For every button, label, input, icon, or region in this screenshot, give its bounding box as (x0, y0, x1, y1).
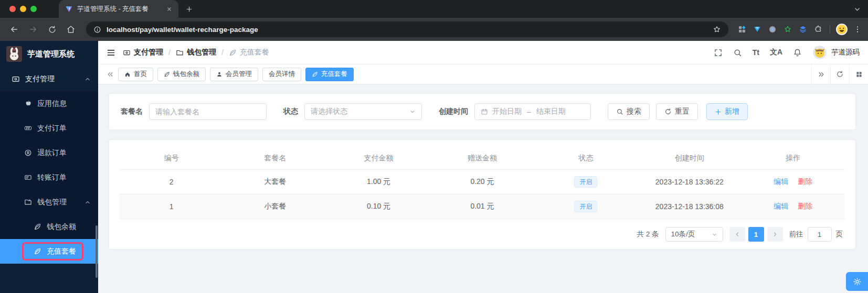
next-page-icon[interactable] (767, 227, 783, 242)
tab-close-icon[interactable] (166, 6, 172, 12)
refresh-page-icon[interactable] (830, 64, 849, 84)
extension-layers-icon[interactable] (799, 25, 807, 34)
extension-vue-devtools-icon[interactable] (753, 25, 761, 34)
page-tab-home[interactable]: 首页 (118, 68, 153, 81)
screen: 芋道管理系统 - 充值套餐 localhost/pa (0, 0, 868, 293)
browser-menu-icon[interactable] (853, 25, 862, 34)
window-minimize-button[interactable] (20, 6, 26, 12)
edit-link[interactable]: 编辑 (774, 177, 788, 186)
chevron-up-icon (84, 199, 91, 205)
back-icon[interactable] (6, 21, 22, 37)
sidebar-item-app-info[interactable]: 应用信息 (0, 91, 98, 116)
window-close-button[interactable] (9, 6, 16, 12)
leaf-icon (164, 71, 170, 78)
page-tab-member-management[interactable]: 会员管理 (210, 68, 258, 81)
username: 芋道源码 (831, 48, 860, 57)
sidebar-item-label: 充值套餐 (47, 247, 76, 256)
card-icon (24, 173, 32, 181)
url-text: localhost/pay/wallet/wallet-recharge-pac… (107, 26, 258, 34)
search-button[interactable]: 搜索 (608, 103, 650, 120)
extension-circle-icon[interactable] (768, 25, 777, 34)
package-name-input-wrap (149, 103, 267, 120)
user-menu[interactable]: 芋道源码 (812, 45, 860, 60)
fullscreen-icon[interactable] (714, 48, 723, 57)
home-icon (124, 71, 131, 78)
sidebar-item-payment-orders[interactable]: 支付订单 (0, 116, 98, 140)
extension-grid-icon[interactable] (738, 25, 746, 34)
extensions-puzzle-icon[interactable] (814, 25, 822, 34)
page-tab-wallet-balance[interactable]: 钱包余额 (157, 68, 206, 81)
delete-link[interactable]: 删除 (798, 202, 812, 210)
sidebar-item-wallet-management[interactable]: 钱包管理 (0, 190, 98, 214)
package-name-input[interactable] (155, 107, 260, 116)
page-tab-member-detail[interactable]: 会员详情 (262, 68, 301, 81)
window-zoom-button[interactable] (30, 6, 37, 12)
collapse-menu-icon[interactable] (107, 48, 115, 57)
delete-link[interactable]: 删除 (798, 177, 812, 186)
cell-created: 2023-12-18 13:36:22 (638, 170, 741, 194)
chevron-down-icon (712, 232, 717, 237)
add-button[interactable]: 新增 (706, 103, 748, 120)
leaf-icon (34, 223, 41, 231)
tab-search-icon[interactable] (854, 6, 861, 13)
breadcrumb-item-wallet[interactable]: 钱包管理 (176, 48, 216, 57)
user-avatar (812, 45, 827, 60)
sidebar-item-label: 应用信息 (37, 99, 67, 108)
profile-avatar[interactable] (835, 23, 848, 36)
tabs-scroll-left-icon[interactable] (102, 71, 118, 78)
start-date-placeholder: 开始日期 (492, 107, 522, 116)
goto-page-input[interactable] (808, 227, 832, 242)
sidebar-item-refund-orders[interactable]: 退款订单 (0, 140, 98, 165)
gear-icon (853, 277, 862, 286)
site-info-icon[interactable] (93, 26, 101, 34)
col-pay-amount: 支付金额 (327, 147, 430, 170)
prev-page-icon[interactable] (729, 227, 745, 242)
extension-star-icon[interactable] (784, 25, 792, 34)
new-tab-button[interactable] (186, 6, 193, 13)
sidebar-menu: 支付管理 应用信息 (0, 67, 98, 264)
app-logo[interactable]: 芋道管理系统 (0, 41, 98, 67)
home-icon[interactable] (63, 21, 79, 37)
status-badge: 开启 (574, 176, 597, 188)
leaf-icon (34, 247, 41, 255)
sidebar-item-wallet-balance[interactable]: 钱包余额 (0, 214, 98, 239)
bookmark-star-icon[interactable] (713, 25, 721, 34)
cell-id: 2 (120, 170, 223, 194)
forward-icon[interactable] (25, 21, 41, 37)
locale-icon[interactable]: 文A (770, 48, 782, 57)
sidebar-item-transfer-orders[interactable]: 转账订单 (0, 165, 98, 190)
status-select[interactable]: 请选择状态 (304, 103, 422, 120)
chevron-up-icon (84, 76, 91, 82)
total-count: 共 2 条 (637, 230, 659, 239)
browser-tab[interactable]: 芋道管理系统 - 充值套餐 (59, 0, 178, 18)
col-status: 状态 (534, 147, 638, 170)
sidebar-item-payment-management[interactable]: 支付管理 (0, 67, 98, 91)
theme-settings-button[interactable] (846, 272, 868, 291)
table-row: 1 小套餐 0.10 元 0.01 元 开启 2023-12-18 13:36:… (120, 194, 845, 219)
page-unit-label: 页 (836, 230, 843, 239)
breadcrumb-item-payment[interactable]: 支付管理 (123, 48, 163, 57)
url-bar[interactable]: localhost/pay/wallet/wallet-recharge-pac… (86, 21, 728, 37)
reset-button[interactable]: 重置 (656, 103, 698, 120)
sidebar-scrollbar[interactable] (96, 225, 98, 278)
reload-icon[interactable] (44, 21, 60, 37)
sidebar-item-recharge-package[interactable]: 充值套餐 (0, 239, 98, 264)
app-title: 芋道管理系统 (27, 49, 75, 59)
sidebar-item-label: 支付管理 (25, 74, 55, 84)
font-size-icon[interactable]: Tt (753, 48, 759, 57)
packages-table: 编号 套餐名 支付金额 赠送金额 状态 创建时间 操作 2 (120, 147, 845, 219)
payment-submenu: 应用信息 支付订单 退款订单 (0, 91, 98, 264)
col-bonus-amount: 赠送金额 (430, 147, 534, 170)
notification-bell-icon[interactable] (793, 48, 802, 57)
folder-icon (176, 49, 184, 57)
layout-grid-icon[interactable] (849, 64, 868, 84)
vite-logo-icon (65, 5, 73, 13)
page-size-select[interactable]: 10条/页 (665, 227, 723, 242)
sidebar-item-label: 退款订单 (37, 148, 67, 158)
edit-link[interactable]: 编辑 (774, 202, 788, 210)
page-tab-recharge-package[interactable]: 充值套餐 (305, 68, 354, 81)
tabs-scroll-right-icon[interactable] (811, 64, 830, 84)
date-range-picker[interactable]: 开始日期 – 结束日期 (474, 103, 591, 120)
page-number-1[interactable]: 1 (748, 227, 764, 242)
search-icon[interactable] (733, 48, 742, 57)
